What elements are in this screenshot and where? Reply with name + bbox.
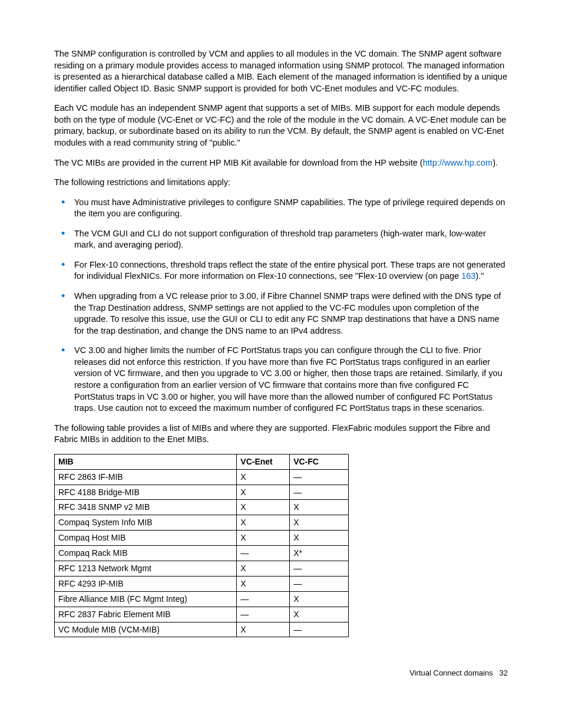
mib-support-table: MIB VC-Enet VC-FC RFC 2863 IF-MIBX— RFC … <box>54 454 349 638</box>
paragraph-module-agent: Each VC module has an independent SNMP a… <box>54 103 508 149</box>
page-content: The SNMP configuration is controlled by … <box>0 0 562 702</box>
list-item: You must have Administrative privileges … <box>74 197 508 220</box>
cell-enet: X <box>237 531 290 546</box>
list-item: VC 3.00 and higher limits the number of … <box>74 345 508 414</box>
cell-mib: RFC 4293 IP-MIB <box>55 576 237 591</box>
cell-mib: VC Module MIB (VCM-MIB) <box>55 622 237 637</box>
table-row: VC Module MIB (VCM-MIB)X— <box>55 622 349 637</box>
table-row: RFC 2863 IF-MIBX— <box>55 469 349 485</box>
cell-mib: Fibre Alliance MIB (FC Mgmt Integ) <box>55 591 237 607</box>
cell-fc: — <box>290 469 349 485</box>
cell-mib: RFC 2863 IF-MIB <box>55 469 237 485</box>
cell-fc: X* <box>290 546 349 561</box>
cell-mib: RFC 3418 SNMP v2 MIB <box>55 500 237 515</box>
cell-mib: Compaq Rack MIB <box>55 546 237 561</box>
cell-fc: X <box>290 515 349 531</box>
link-page-ref[interactable]: 163 <box>461 271 475 281</box>
cell-enet: X <box>237 576 290 591</box>
restrictions-list: You must have Administrative privileges … <box>54 197 508 414</box>
cell-enet: — <box>237 607 290 622</box>
paragraph-snmp-intro: The SNMP configuration is controlled by … <box>54 48 508 94</box>
text-before-pageref: For Flex-10 connections, threshold traps… <box>74 260 505 281</box>
table-row: Compaq System Info MIBXX <box>55 515 349 531</box>
list-item: When upgrading from a VC release prior t… <box>74 291 508 337</box>
cell-fc: — <box>290 561 349 576</box>
table-row: RFC 1213 Network MgmtX— <box>55 561 349 576</box>
cell-mib: RFC 4188 Bridge-MIB <box>55 485 237 500</box>
cell-enet: X <box>237 515 290 531</box>
footer-section: Virtual Connect domains <box>409 668 492 677</box>
cell-fc: X <box>290 531 349 546</box>
cell-enet: X <box>237 500 290 515</box>
text-after-pageref: )." <box>475 271 484 281</box>
table-row: RFC 4293 IP-MIBX— <box>55 576 349 591</box>
cell-enet: X <box>237 561 290 576</box>
table-row: Compaq Host MIBXX <box>55 531 349 546</box>
table-header-row: MIB VC-Enet VC-FC <box>55 454 349 469</box>
cell-fc: X <box>290 591 349 607</box>
paragraph-mibs-download: The VC MIBs are provided in the current … <box>54 157 508 169</box>
text-after-link: ). <box>492 158 498 167</box>
cell-enet: X <box>237 485 290 500</box>
table-header-vcfc: VC-FC <box>290 454 349 469</box>
text-before-link: The VC MIBs are provided in the current … <box>54 158 423 167</box>
list-item: The VCM GUI and CLI do not support confi… <box>74 228 508 251</box>
cell-fc: — <box>290 576 349 591</box>
cell-fc: — <box>290 485 349 500</box>
table-row: Compaq Rack MIB—X* <box>55 546 349 561</box>
footer-page-number: 32 <box>500 668 508 677</box>
cell-mib: RFC 2837 Fabric Element MIB <box>55 607 237 622</box>
table-header-mib: MIB <box>55 454 237 469</box>
cell-mib: RFC 1213 Network Mgmt <box>55 561 237 576</box>
link-hp-website[interactable]: http://www.hp.com <box>423 158 492 167</box>
table-row: RFC 2837 Fabric Element MIB—X <box>55 607 349 622</box>
cell-fc: — <box>290 622 349 637</box>
paragraph-table-intro: The following table provides a list of M… <box>54 423 508 446</box>
paragraph-restrictions-intro: The following restrictions and limitatio… <box>54 177 508 189</box>
cell-enet: — <box>237 546 290 561</box>
cell-fc: X <box>290 607 349 622</box>
cell-enet: — <box>237 591 290 607</box>
cell-mib: Compaq System Info MIB <box>55 515 237 531</box>
page-footer: Virtual Connect domains 32 <box>54 661 508 678</box>
table-row: Fibre Alliance MIB (FC Mgmt Integ)—X <box>55 591 349 607</box>
table-row: RFC 3418 SNMP v2 MIBXX <box>55 500 349 515</box>
cell-fc: X <box>290 500 349 515</box>
cell-mib: Compaq Host MIB <box>55 531 237 546</box>
list-item: For Flex-10 connections, threshold traps… <box>74 259 508 282</box>
table-header-vcenet: VC-Enet <box>237 454 290 469</box>
table-row: RFC 4188 Bridge-MIBX— <box>55 485 349 500</box>
cell-enet: X <box>237 469 290 485</box>
cell-enet: X <box>237 622 290 637</box>
